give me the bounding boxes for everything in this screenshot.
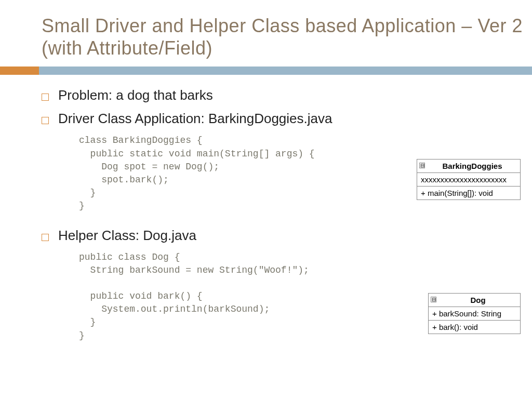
uml-helper-methods: + bark(): void (429, 321, 520, 334)
uml-helper-attrs: + barkSound: String (429, 307, 520, 321)
uml-driver-header: ⊟ BarkingDoggies (417, 159, 520, 173)
collapse-icon: ⊟ (431, 297, 436, 302)
uml-helper-header: ⊟ Dog (429, 294, 520, 307)
bullet-problem-text: Problem: a dog that barks (58, 87, 213, 103)
title-divider (0, 66, 532, 75)
bullet-icon (42, 117, 49, 124)
bullet-helper-text: Helper Class: Dog.java (58, 228, 196, 244)
bullet-problem: Problem: a dog that barks (42, 87, 523, 103)
bullet-icon (42, 94, 49, 101)
bullet-helper: Helper Class: Dog.java (42, 228, 523, 244)
uml-driver-name: BarkingDoggies (442, 162, 502, 170)
uml-driver-attrs: xxxxxxxxxxxxxxxxxxxxxx (417, 173, 520, 187)
divider-accent (0, 66, 39, 75)
uml-driver-methods: + main(String[]): void (417, 187, 520, 200)
collapse-icon: ⊟ (419, 163, 425, 168)
uml-helper-class: ⊟ Dog + barkSound: String + bark(): void (428, 293, 521, 334)
uml-helper-name: Dog (470, 296, 485, 304)
bullet-driver-text: Driver Class Application: BarkingDoggies… (58, 111, 332, 127)
bullet-driver: Driver Class Application: BarkingDoggies… (42, 111, 523, 127)
uml-driver-class: ⊟ BarkingDoggies xxxxxxxxxxxxxxxxxxxxxx … (417, 159, 521, 200)
bullet-icon (42, 234, 49, 241)
divider-main (39, 66, 532, 75)
slide-title: Small Driver and Helper Class based Appl… (0, 0, 532, 59)
